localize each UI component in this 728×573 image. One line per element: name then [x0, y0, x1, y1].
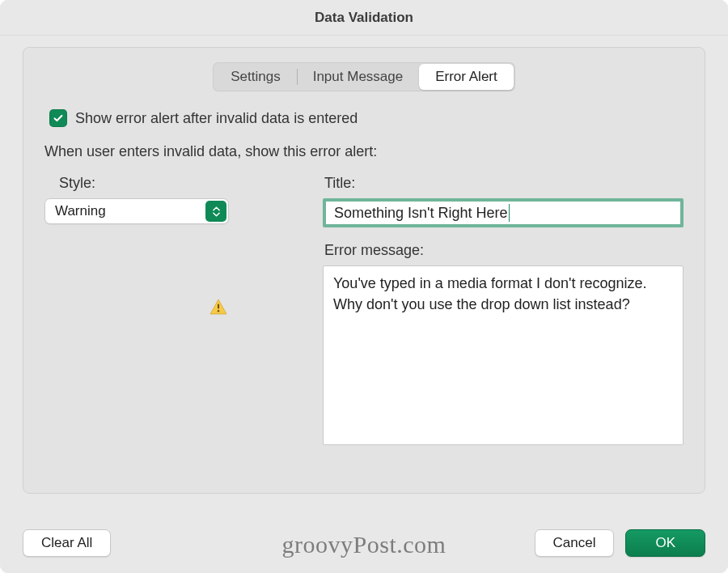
- checkmark-icon: [53, 112, 64, 124]
- titlebar: Data Validation: [0, 0, 728, 36]
- show-error-alert-label: Show error alert after invalid data is e…: [75, 110, 358, 127]
- chevron-up-icon: [213, 206, 220, 211]
- style-select-wrap: Warning: [44, 198, 229, 224]
- right-button-group: Cancel OK: [535, 529, 705, 557]
- title-message-column: Title: Something Isn't Right Here Error …: [323, 175, 684, 445]
- form-columns: Style: Warning Title: Something Isn't Ri…: [44, 175, 684, 445]
- error-message-label: Error message:: [324, 242, 684, 259]
- chevron-down-icon: [213, 212, 220, 217]
- show-error-alert-checkbox[interactable]: [49, 109, 67, 127]
- tabs-group: Settings Input Message Error Alert: [213, 62, 514, 91]
- clear-all-button[interactable]: Clear All: [23, 529, 111, 557]
- title-input-value: Something Isn't Right Here: [334, 205, 508, 222]
- error-message-textarea[interactable]: You've typed in a media format I don't r…: [323, 265, 684, 445]
- instruction-text: When user enters invalid data, show this…: [44, 143, 684, 160]
- title-input[interactable]: Something Isn't Right Here: [323, 198, 684, 227]
- tab-input-message[interactable]: Input Message: [297, 64, 420, 90]
- error-message-value: You've typed in a media format I don't r…: [333, 275, 646, 312]
- dialog-button-bar: Clear All Cancel OK: [23, 529, 705, 557]
- select-stepper-icon[interactable]: [205, 201, 226, 222]
- tab-bar: Settings Input Message Error Alert: [44, 62, 684, 91]
- svg-rect-0: [218, 304, 219, 309]
- style-select[interactable]: Warning: [44, 198, 229, 224]
- content-panel: Settings Input Message Error Alert Show …: [23, 47, 705, 494]
- show-error-alert-row: Show error alert after invalid data is e…: [49, 109, 684, 127]
- cancel-button[interactable]: Cancel: [535, 529, 615, 557]
- svg-point-1: [218, 310, 219, 312]
- tab-error-alert[interactable]: Error Alert: [419, 64, 514, 90]
- dialog-title: Data Validation: [315, 10, 413, 26]
- ok-button[interactable]: OK: [625, 529, 705, 557]
- text-cursor: [509, 204, 510, 222]
- title-label: Title:: [324, 175, 684, 192]
- tab-settings[interactable]: Settings: [214, 64, 296, 90]
- style-label: Style:: [59, 175, 295, 192]
- dialog-window: Data Validation Settings Input Message E…: [0, 0, 728, 573]
- warning-icon: [210, 299, 227, 318]
- style-column: Style: Warning: [44, 175, 295, 445]
- style-select-value: Warning: [55, 203, 106, 219]
